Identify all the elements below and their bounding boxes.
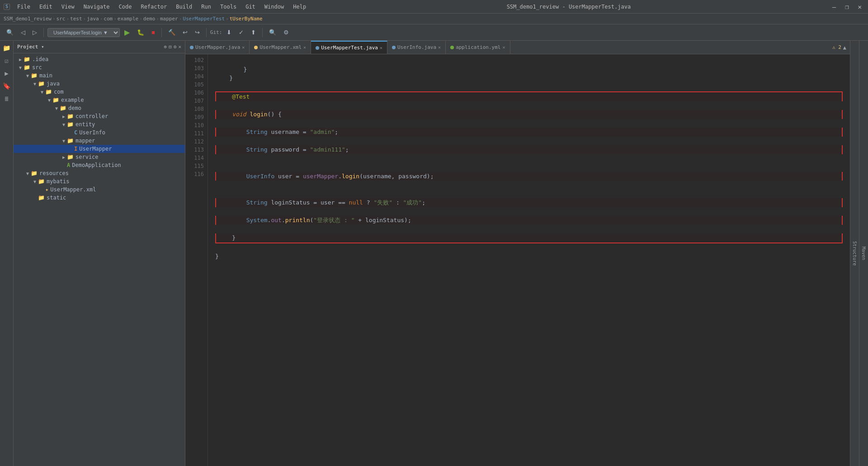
editor-area: UserMapper.java ✕ UserMapper.xml ✕ UserM…	[185, 41, 850, 466]
toolbar-separator	[43, 28, 44, 37]
java-dot-icon	[316, 46, 319, 50]
tree-item-mybatis[interactable]: ▼ 📁 mybatis	[14, 177, 185, 185]
tree-item-main[interactable]: ▼ 📁 main	[14, 71, 185, 80]
code-editor[interactable]: 102 103 104 105 106 107 108 109 110 111 …	[185, 54, 850, 466]
sidebar-run-icon[interactable]: ▶	[1, 68, 12, 79]
tree-item-idea[interactable]: ▶ 📁 .idea	[14, 55, 185, 63]
menu-code[interactable]: Code	[117, 3, 134, 11]
navigate-forward-button[interactable]: ▷	[30, 27, 40, 38]
menu-bar[interactable]: File Edit View Navigate Code Refactor Bu…	[15, 3, 308, 11]
menu-view[interactable]: View	[60, 3, 76, 11]
menu-refactor[interactable]: Refactor	[139, 3, 169, 11]
find-button[interactable]: 🔍	[266, 27, 279, 38]
toolbar-separator	[206, 28, 207, 37]
menu-edit[interactable]: Edit	[38, 3, 54, 11]
tree-item-label: service	[75, 154, 99, 160]
tree-item-userinfo[interactable]: C UserInfo	[14, 128, 185, 137]
breadcrumb-item[interactable]: demo	[143, 16, 156, 22]
project-panel-scope-icon[interactable]: ⊕	[164, 44, 167, 50]
settings-button[interactable]: ⚙	[281, 27, 292, 38]
tree-item-example[interactable]: ▼ 📁 example	[14, 96, 185, 104]
project-panel-title[interactable]: Project ▾	[17, 44, 44, 50]
build-button[interactable]: 🔨	[165, 27, 178, 38]
search-everywhere-button[interactable]: 🔍	[4, 27, 16, 38]
tree-item-usermapper[interactable]: I UserMapper	[14, 145, 185, 153]
tree-item-label: static	[47, 195, 66, 201]
breadcrumb-item[interactable]: test	[70, 16, 82, 22]
project-panel-options-icon[interactable]: ⚙	[174, 44, 177, 50]
menu-window[interactable]: Window	[263, 3, 286, 11]
breadcrumb-item[interactable]: SSM_demo1_review	[4, 16, 52, 22]
maven-panel[interactable]: Maven	[859, 41, 868, 466]
breadcrumb-item[interactable]: example	[118, 16, 138, 22]
tab-userinfo-java[interactable]: UserInfo.java ✕	[387, 41, 446, 54]
breadcrumb-item[interactable]: tUserByName	[230, 16, 263, 22]
menu-tools[interactable]: Tools	[218, 3, 238, 11]
tab-application-yml[interactable]: application.yml ✕	[446, 41, 510, 54]
project-panel-close-icon[interactable]: ✕	[178, 44, 181, 50]
tree-item-demo[interactable]: ▼ 📁 demo	[14, 104, 185, 112]
tree-item-demoapplication[interactable]: A DemoApplication	[14, 161, 185, 169]
tab-label: application.yml	[456, 44, 500, 50]
menu-help[interactable]: Help	[291, 3, 308, 11]
close-tab-icon[interactable]: ✕	[303, 45, 306, 50]
maximize-button[interactable]: ❐	[842, 2, 851, 11]
breadcrumb-item[interactable]: UserMapperTest	[183, 16, 225, 22]
sidebar-project-icon[interactable]: 📁	[1, 43, 12, 53]
undo-button[interactable]: ↩	[180, 27, 190, 38]
code-content[interactable]: } } @Test void login() { String username…	[208, 54, 850, 466]
structure-panel[interactable]: Structure	[850, 41, 859, 466]
tree-item-label: com	[54, 89, 64, 95]
highlight-block: void login() {	[215, 110, 843, 119]
tab-usermappertest-java[interactable]: UserMapperTest.java ✕	[311, 41, 387, 54]
minimize-button[interactable]: —	[830, 2, 839, 11]
sidebar-bookmarks-icon[interactable]: 🔖	[1, 81, 12, 91]
sidebar-structure-icon[interactable]: ≣	[1, 93, 12, 104]
redo-button[interactable]: ↪	[192, 27, 203, 38]
git-update-button[interactable]: ⬇	[224, 27, 234, 38]
tree-item-usermapperxml[interactable]: ✦ UserMapper.xml	[14, 185, 185, 194]
close-tab-icon[interactable]: ✕	[438, 45, 441, 50]
tab-usermapper-xml[interactable]: UserMapper.xml ✕	[250, 41, 311, 54]
git-commit-button[interactable]: ✓	[236, 27, 246, 38]
project-panel: Project ▾ ⊕ ⊟ ⚙ ✕ ▶ 📁 .idea ▼ 📁 src	[14, 41, 185, 466]
menu-build[interactable]: Build	[174, 3, 194, 11]
tree-item-java[interactable]: ▼ 📁 java	[14, 80, 185, 88]
close-tab-icon[interactable]: ✕	[502, 45, 505, 50]
tree-arrow: ▼	[32, 81, 38, 86]
menu-file[interactable]: File	[15, 3, 32, 11]
git-push-button[interactable]: ⬆	[248, 27, 259, 38]
sidebar-commit-icon[interactable]: ☑	[1, 55, 12, 66]
tab-usermapper-java[interactable]: UserMapper.java ✕	[185, 41, 250, 54]
debug-button[interactable]: 🐛	[134, 27, 147, 38]
tree-item-src[interactable]: ▼ 📁 src	[14, 63, 185, 71]
navigate-back-button[interactable]: ◁	[18, 27, 28, 38]
tree-item-static[interactable]: 📁 static	[14, 194, 185, 202]
run-config-selector[interactable]: UserMapperTest.login ▼	[47, 28, 120, 37]
expand-editor-icon[interactable]: ▲	[843, 44, 846, 51]
tree-item-entity[interactable]: ▼ 📁 entity	[14, 120, 185, 128]
tree-item-controller[interactable]: ▶ 📁 controller	[14, 112, 185, 120]
breadcrumb-item[interactable]: java	[87, 16, 99, 22]
tree-item-mapper[interactable]: ▼ 📁 mapper	[14, 137, 185, 145]
breadcrumb-item[interactable]: src	[57, 16, 66, 22]
project-panel-collapse-icon[interactable]: ⊟	[169, 44, 172, 50]
breadcrumb-item[interactable]: mapper	[160, 16, 178, 22]
menu-run[interactable]: Run	[199, 3, 213, 11]
project-tree: ▶ 📁 .idea ▼ 📁 src ▼ 📁 main ▼ 📁 java	[14, 53, 185, 466]
tree-item-resources[interactable]: ▼ 📁 resources	[14, 169, 185, 177]
tree-item-service[interactable]: ▶ 📁 service	[14, 153, 185, 161]
tab-label: UserMapper.xml	[259, 44, 302, 50]
toolbar: 🔍 ◁ ▷ UserMapperTest.login ▼ ▶ 🐛 ■ 🔨 ↩ ↪…	[0, 24, 868, 41]
tabs-bar: UserMapper.java ✕ UserMapper.xml ✕ UserM…	[185, 41, 850, 54]
close-tab-icon[interactable]: ✕	[242, 45, 245, 50]
run-button[interactable]: ▶	[122, 26, 132, 38]
menu-git[interactable]: Git	[244, 3, 257, 11]
tree-item-com[interactable]: ▼ 📁 com	[14, 88, 185, 96]
breadcrumb-item[interactable]: com	[104, 16, 113, 22]
stop-button[interactable]: ■	[149, 27, 158, 38]
menu-navigate[interactable]: Navigate	[82, 3, 112, 11]
close-tab-icon[interactable]: ✕	[380, 45, 382, 50]
close-button[interactable]: ✕	[855, 2, 864, 11]
folder-icon: 📁	[31, 72, 38, 79]
